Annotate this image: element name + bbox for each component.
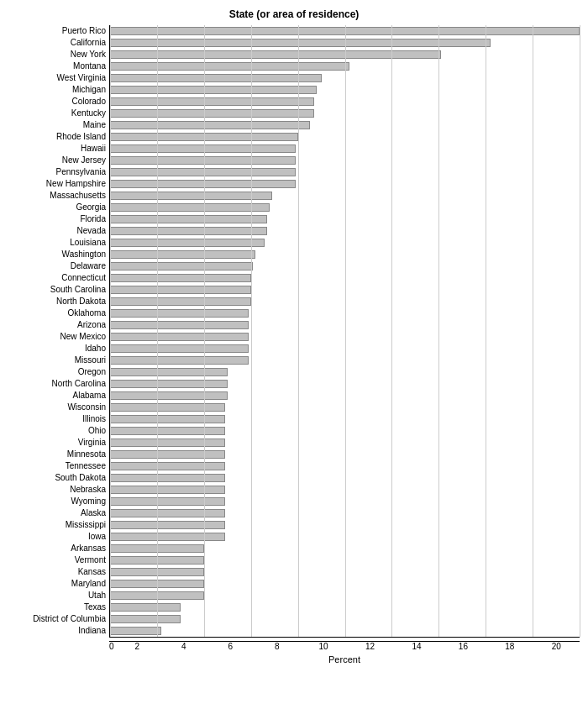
bar	[110, 309, 249, 318]
bar	[110, 62, 349, 71]
grid-line	[533, 25, 533, 637]
bar	[110, 615, 181, 623]
y-label: Vermont	[75, 554, 106, 566]
y-label: New York	[71, 49, 106, 60]
bar	[110, 97, 314, 106]
bar	[110, 368, 228, 376]
y-label: West Virginia	[56, 72, 106, 84]
y-label: Kentucky	[71, 108, 106, 119]
y-label: Tennessee	[66, 460, 106, 472]
bar	[110, 486, 225, 494]
y-label: Illinois	[82, 413, 106, 425]
bar	[110, 450, 225, 459]
bar	[110, 239, 265, 247]
y-label: Rhode Island	[56, 131, 106, 143]
y-label: California	[71, 37, 106, 49]
bar	[110, 533, 225, 541]
y-label: Nevada	[77, 225, 106, 237]
y-label: Utah	[88, 590, 106, 601]
bar	[110, 403, 225, 412]
grid-line	[580, 25, 580, 637]
y-labels: Puerto RicoCaliforniaNew YorkMontanaWest…	[8, 25, 109, 664]
y-label: Michigan	[72, 84, 106, 96]
grid-line	[251, 25, 252, 637]
chart-area: Puerto RicoCaliforniaNew YorkMontanaWest…	[8, 25, 580, 664]
x-axis-title: Percent	[109, 654, 580, 664]
y-label: Mississippi	[66, 519, 106, 531]
bar	[110, 427, 225, 435]
grid-line	[391, 25, 392, 637]
bar	[110, 439, 225, 447]
y-label: Florida	[80, 213, 106, 225]
y-label: Oklahoma	[67, 307, 106, 319]
y-label: Missouri	[75, 354, 106, 366]
x-tick: 20	[533, 642, 580, 651]
y-label: Idaho	[85, 343, 106, 354]
y-label: North Carolina	[52, 378, 106, 390]
y-label: Maryland	[71, 578, 106, 590]
bar	[110, 121, 310, 129]
y-label: Washington	[62, 249, 106, 260]
y-label: South Carolina	[50, 284, 106, 296]
y-label: Iowa	[88, 531, 106, 543]
x-axis-labels: 02468101214161820	[109, 641, 580, 651]
bar	[110, 250, 255, 259]
y-label: Louisiana	[70, 237, 106, 249]
bar	[110, 180, 296, 188]
y-label: South Dakota	[55, 472, 106, 484]
y-label: Virginia	[78, 437, 106, 449]
bar	[110, 286, 251, 294]
bar	[110, 203, 270, 212]
x-tick: 6	[207, 642, 254, 651]
bar	[110, 297, 251, 306]
x-tick: 14	[393, 642, 439, 651]
bar	[110, 497, 225, 506]
y-label: Oregon	[78, 366, 106, 378]
x-tick: 16	[440, 642, 486, 651]
bar	[110, 321, 249, 329]
bar	[110, 215, 267, 223]
y-label: Minnesota	[67, 449, 106, 460]
y-label: Indiana	[78, 625, 106, 637]
grid-line	[438, 25, 439, 637]
y-label: New Hampshire	[46, 178, 106, 190]
y-label: Connecticut	[61, 272, 106, 284]
chart-container: State (or area of residence) Puerto Rico…	[8, 8, 580, 664]
x-tick: 2	[114, 642, 160, 651]
y-label: Alabama	[73, 390, 106, 402]
y-label: Arkansas	[71, 543, 106, 554]
bars-wrapper	[109, 25, 580, 638]
bar	[110, 603, 181, 612]
bar	[110, 391, 228, 400]
bar	[110, 109, 314, 118]
y-label: Wyoming	[71, 496, 106, 507]
bar	[110, 627, 161, 635]
y-label: New Mexico	[60, 331, 106, 343]
y-label: Wisconsin	[67, 402, 106, 413]
bar	[110, 274, 251, 282]
bar	[110, 415, 225, 423]
bar	[110, 192, 272, 200]
y-label: Arizona	[77, 319, 106, 331]
bars-section: 02468101214161820 Percent	[109, 25, 580, 664]
bar	[110, 474, 225, 482]
y-label: Georgia	[76, 202, 106, 213]
bar	[110, 262, 253, 270]
y-label: Hawaii	[81, 143, 106, 155]
y-label: Ohio	[88, 425, 106, 437]
bar	[110, 39, 491, 47]
y-label: Alaska	[81, 507, 106, 519]
x-tick: 8	[254, 642, 300, 651]
grid-line	[204, 25, 205, 637]
bar	[110, 380, 228, 388]
bar	[110, 462, 225, 470]
x-tick: 10	[300, 642, 346, 651]
bar	[110, 521, 225, 529]
chart-title: State (or area of residence)	[8, 8, 580, 20]
y-label: Puerto Rico	[62, 25, 106, 37]
y-label: Texas	[84, 601, 106, 613]
grid-line	[298, 25, 299, 637]
y-label: North Dakota	[56, 296, 106, 307]
y-label: Montana	[73, 60, 106, 72]
bar	[110, 86, 317, 94]
